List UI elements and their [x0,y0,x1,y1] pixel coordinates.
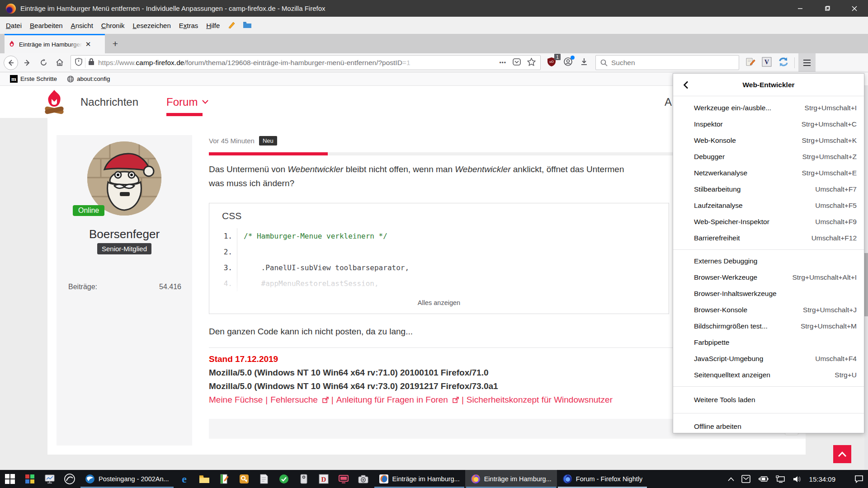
code-line: /* Hamburger-Menue verkleinern */ [237,232,387,240]
menuitem-browser-inhaltswerkzeuge[interactable]: Browser-Inhaltswerkzeuge [673,286,864,302]
menuitem-web-speicher-inspektor[interactable]: Web-Speicher-InspektorUmschalt+F9 [673,214,864,230]
taskbar-keepass-icon[interactable] [234,470,254,488]
site-nav-nachrichten[interactable]: Nachrichten [80,96,138,108]
taskbar-monitor-red-icon[interactable] [334,470,354,488]
taskbar-explorer-icon[interactable] [194,470,214,488]
taskbar-green-check-icon[interactable] [274,470,294,488]
tray-expand-chevron-icon[interactable] [728,477,734,481]
taskbar-notes-green-icon[interactable] [214,470,234,488]
menu-bearbeiten[interactable]: Bearbeiten [26,22,67,29]
notes-extension-icon[interactable] [745,57,755,68]
reload-button[interactable] [36,56,51,70]
tray-volume-icon[interactable] [793,475,802,483]
menuitem-browser-werkzeuge[interactable]: Browser-WerkzeugeStrg+Umschalt+Alt+I [673,269,864,286]
new-tab-button[interactable]: + [108,38,122,50]
menuitem-debugger[interactable]: DebuggerStrg+Umschalt+Z [673,149,864,165]
link-meine-fuechse[interactable]: Meine Füchse [209,395,263,405]
taskbar-edge-icon[interactable]: e [175,470,194,488]
menu-chronik[interactable]: Chronik [97,22,129,29]
taskbar-drive-icon[interactable] [294,470,314,488]
session-refresh-icon[interactable] [778,57,789,69]
minimize-button[interactable] [787,0,814,17]
taskbar-presentation-app-icon[interactable] [40,470,60,488]
tray-network-icon[interactable] [776,475,786,483]
link-fehlersuche[interactable]: Fehlersuche [270,395,318,405]
menuitem-externes-debugging[interactable]: Externes Debugging [673,253,864,269]
maximize-button[interactable] [814,0,841,17]
menu-lesezeichen[interactable]: Lesezeichen [129,22,175,29]
taskbar-button-thunderbird[interactable]: Posteingang - 2002An... [80,470,175,488]
downloads-icon[interactable] [580,57,588,68]
menuitem-weitere-tools[interactable]: Weitere Tools laden [673,390,864,410]
tab-strip: Einträge im Hamburger Me ✕ + [0,34,868,53]
close-button[interactable] [841,0,868,17]
v-extension-icon[interactable]: V [762,57,772,69]
menu-ansicht[interactable]: Ansicht [67,22,97,29]
menu-extras[interactable]: Extras [175,22,203,29]
tab-close-icon[interactable]: ✕ [83,40,93,48]
lock-icon[interactable] [88,58,94,67]
tracking-shield-icon[interactable] [75,58,82,68]
panel-back-button[interactable] [680,80,691,90]
tray-battery-icon[interactable] [758,476,769,482]
menuitem-browser-konsole[interactable]: Browser-KonsoleStrg+Umschalt+J [673,302,864,318]
hamburger-menu-button[interactable] [798,53,816,72]
scrollbar-thumb[interactable] [864,253,868,316]
back-button[interactable] [4,56,18,70]
action-center-icon[interactable] [854,475,863,483]
menuitem-bildschirmgroessen[interactable]: Bildschirmgrößen test...Strg+Umschalt+M [673,318,864,334]
pocket-icon[interactable] [513,58,521,68]
avatar[interactable] [87,141,161,216]
taskbar-d-app-icon[interactable]: D [314,470,334,488]
folder-icon[interactable] [243,21,252,30]
menuitem-werkzeuge[interactable]: Werkzeuge ein-/ausble...Strg+Umschalt+I [673,100,864,116]
menuitem-stilbearbeitung[interactable]: StilbearbeitungUmschalt+F7 [673,181,864,197]
system-tray: 15:34:09 [728,470,868,488]
show-all-code-link[interactable]: Alles anzeigen [209,299,669,306]
taskbar-button-firefox-1[interactable]: Einträge im Hamburg... [373,470,465,488]
menu-hilfe[interactable]: Hilfe [202,22,224,29]
menuitem-offline-arbeiten[interactable]: Offline arbeiten [673,417,864,436]
menuitem-netzwerkanalyse[interactable]: NetzwerkanalyseStrg+Umschalt+E [673,165,864,181]
start-button[interactable] [0,470,20,488]
link-anleitung[interactable]: Anleitung für Fragen in Foren [336,395,448,405]
extension-eye-icon[interactable] [563,57,573,68]
tab-active[interactable]: Einträge im Hamburger Me ✕ [5,34,105,53]
menuitem-seitenquelltext[interactable]: Seitenquelltext anzeigenStrg+U [673,367,864,383]
bookmark-star-icon[interactable] [527,58,536,68]
page-scrollbar[interactable] [864,86,868,470]
link-sicherheitskonzept[interactable]: Sicherheitskonzept für Windowsnutzer [467,395,613,405]
menuitem-laufzeitanalyse[interactable]: LaufzeitanalyseUmschalt+F5 [673,197,864,214]
taskbar-button-firefox-nightly[interactable]: Forum - Firefox Nightly [557,470,648,488]
page-actions-icon[interactable]: ••• [499,60,506,66]
post-timestamp[interactable]: Vor 45 Minuten [209,137,255,145]
search-bar[interactable]: Suchen [595,55,739,70]
forward-button[interactable] [20,56,34,70]
taskbar-cubes-app-icon[interactable] [20,470,40,488]
taskbar-notepad-icon[interactable] [254,470,274,488]
home-button[interactable] [52,56,67,70]
ublock-origin-icon[interactable]: uO 1 [547,57,556,69]
tray-mail-icon[interactable] [741,475,750,483]
site-nav-forum[interactable]: Forum [166,96,208,108]
menuitem-barrierefreiheit[interactable]: BarrierefreiheitUmschalt+F12 [673,230,864,246]
pencil-note-icon[interactable] [227,21,236,30]
menuitem-inspektor[interactable]: InspektorStrg+Umschalt+C [673,116,864,132]
bookmark-erste-schritte[interactable]: m Erste Schritte [10,75,57,83]
tray-clock[interactable]: 15:34:09 [809,475,835,483]
thread-progress-fill [209,152,328,155]
taskbar-button-firefox-2-active[interactable]: Einträge im Hamburg... [465,470,557,488]
bookmark-about-config[interactable]: about:config [67,75,110,83]
taskbar-photos-app-icon[interactable] [60,470,80,488]
scroll-to-top-button[interactable] [833,445,851,463]
username[interactable]: Boersenfeger [57,227,192,241]
camp-firefox-logo [43,90,66,115]
taskbar-camera-icon[interactable] [354,470,373,488]
toolbar-separator [794,57,795,68]
url-bar[interactable]: https://www.camp-firefox.de/forum/thema/… [71,55,541,70]
taskbar-button-label: Einträge im Hamburg... [484,475,552,483]
menuitem-javascript-umgebung[interactable]: JavaScript-UmgebungUmschalt+F4 [673,351,864,367]
menu-datei[interactable]: Datei [2,22,26,29]
menuitem-farbpipette[interactable]: Farbpipette [673,334,864,351]
menuitem-web-konsole[interactable]: Web-KonsoleStrg+Umschalt+K [673,132,864,149]
